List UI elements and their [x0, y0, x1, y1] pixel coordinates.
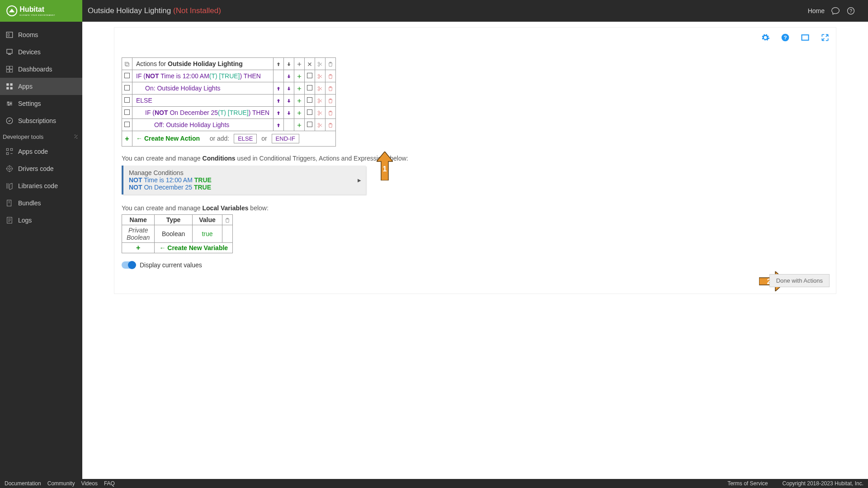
developer-tools-header[interactable]: Developer tools: [0, 129, 82, 143]
trash-icon[interactable]: [326, 82, 336, 95]
row-checkbox[interactable]: [122, 95, 132, 107]
action-text[interactable]: IF (NOT Time is 12:00 AM(T) [TRUE]) THEN: [132, 70, 274, 82]
row-checkbox-2[interactable]: [305, 107, 315, 119]
action-row: Off: Outside Holiday Lights: [122, 119, 336, 131]
vars-col-value: Value: [192, 215, 222, 225]
create-variable-link[interactable]: Create New Variable: [167, 244, 228, 251]
home-link[interactable]: Home: [808, 7, 825, 14]
svg-rect-21: [6, 148, 9, 151]
trash-icon[interactable]: [326, 107, 336, 119]
chat-icon[interactable]: [831, 6, 840, 15]
variables-table: NameTypeValue Private BooleanBooleantrue…: [122, 214, 233, 253]
var-name: Private Boolean: [122, 225, 155, 243]
sidebar-item-devices[interactable]: Devices: [0, 43, 82, 61]
add-icon[interactable]: [294, 119, 305, 131]
brand-logo[interactable]: HubitatELEVATE YOUR ENVIRONMENT: [0, 0, 82, 22]
collapse-icon[interactable]: [72, 133, 80, 140]
help-icon[interactable]: ?: [846, 6, 855, 15]
sidebar-item-bundles[interactable]: Bundles: [0, 194, 82, 212]
window-icon[interactable]: [801, 33, 810, 42]
move-up-icon[interactable]: [274, 95, 284, 107]
display-values-toggle[interactable]: [122, 261, 135, 269]
expand-arrow-icon[interactable]: ▶: [358, 178, 361, 183]
sidebar-item-apps[interactable]: Apps: [0, 78, 82, 95]
move-down-icon[interactable]: [284, 58, 294, 70]
cut-icon[interactable]: [315, 82, 326, 95]
cut-icon[interactable]: [315, 119, 326, 131]
row-checkbox[interactable]: [122, 82, 132, 95]
move-up-icon[interactable]: [274, 119, 284, 131]
sidebar-item-subscriptions[interactable]: Subscriptions: [0, 112, 82, 129]
svg-text:Hubitat: Hubitat: [20, 5, 45, 13]
trash-icon[interactable]: [326, 95, 336, 107]
row-checkbox[interactable]: [122, 107, 132, 119]
sidebar-item-apps-code[interactable]: Apps code: [0, 143, 82, 160]
endif-chip[interactable]: END-IF: [272, 134, 299, 143]
or-label: or: [261, 135, 267, 142]
add-icon[interactable]: [294, 107, 305, 119]
main-content: ? Actions for Outside Holiday Lighting: [82, 22, 868, 479]
row-checkbox-2[interactable]: [305, 82, 315, 95]
trash-icon[interactable]: [222, 215, 233, 225]
move-down-icon[interactable]: [284, 82, 294, 95]
move-down-icon[interactable]: [284, 107, 294, 119]
expand-icon[interactable]: [821, 33, 830, 42]
add-icon[interactable]: [294, 58, 305, 70]
svg-rect-13: [6, 83, 9, 85]
add-icon[interactable]: [294, 70, 305, 82]
trash-icon[interactable]: [326, 70, 336, 82]
row-checkbox-2[interactable]: [305, 95, 315, 107]
move-down-icon[interactable]: [284, 70, 294, 82]
svg-text:?: ?: [849, 8, 852, 14]
sidebar-item-logs[interactable]: Logs: [0, 212, 82, 229]
row-checkbox-2[interactable]: [305, 70, 315, 82]
app-header: HubitatELEVATE YOUR ENVIRONMENT Outside …: [0, 0, 868, 22]
action-text[interactable]: ELSE: [132, 95, 274, 107]
done-with-actions-button[interactable]: Done with Actions: [769, 274, 830, 287]
row-checkbox[interactable]: [122, 119, 132, 131]
copy-icon[interactable]: [122, 58, 132, 70]
cut-icon[interactable]: [315, 58, 326, 70]
manage-conditions-box[interactable]: Manage Conditions NOT Time is 12:00 AM T…: [122, 166, 366, 194]
action-text[interactable]: IF (NOT On December 25(T) [TRUE]) THEN: [132, 107, 274, 119]
cut-icon[interactable]: [315, 107, 326, 119]
trash-icon[interactable]: [326, 119, 336, 131]
cut-icon[interactable]: [315, 70, 326, 82]
gear-icon[interactable]: [761, 33, 770, 42]
var-value[interactable]: true: [192, 225, 222, 243]
add-variable-button[interactable]: +: [122, 243, 155, 253]
create-action-link[interactable]: Create New Action: [144, 135, 200, 142]
sidebar-item-drivers-code[interactable]: Drivers code: [0, 160, 82, 177]
sidebar-item-libraries-code[interactable]: Libraries code: [0, 177, 82, 194]
sidebar-item-settings[interactable]: Settings: [0, 95, 82, 112]
add-icon[interactable]: [294, 95, 305, 107]
svg-rect-32: [125, 62, 128, 65]
action-row: IF (NOT On December 25(T) [TRUE]) THEN: [122, 107, 336, 119]
action-text[interactable]: Off: Outside Holiday Lights: [132, 119, 274, 131]
sidebar-item-dashboards[interactable]: Dashboards: [0, 61, 82, 78]
move-down-icon[interactable]: [284, 95, 294, 107]
svg-rect-26: [7, 200, 11, 206]
cut-icon[interactable]: [315, 95, 326, 107]
row-checkbox-2[interactable]: [305, 119, 315, 131]
move-up-icon[interactable]: [274, 58, 284, 70]
page-title-text: Outside Holiday Lighting: [88, 6, 171, 15]
vars-col-type: Type: [155, 215, 192, 225]
move-up-icon[interactable]: [274, 82, 284, 95]
vars-desc: You can create and manage Local Variable…: [122, 204, 829, 212]
add-icon[interactable]: [294, 82, 305, 95]
svg-rect-30: [802, 35, 809, 40]
move-up-icon[interactable]: [274, 107, 284, 119]
svg-text:?: ?: [783, 34, 787, 40]
help-circle-icon[interactable]: ?: [781, 33, 790, 42]
sidebar-item-label: Apps: [18, 83, 33, 90]
trash-icon[interactable]: [326, 58, 336, 70]
close-icon[interactable]: [305, 58, 315, 70]
row-checkbox[interactable]: [122, 70, 132, 82]
svg-rect-14: [10, 83, 13, 85]
action-text[interactable]: On: Outside Holiday Lights: [132, 82, 274, 95]
else-chip[interactable]: ELSE: [234, 134, 257, 143]
actions-header-prefix: Actions for: [136, 60, 168, 67]
sidebar-item-rooms[interactable]: Rooms: [0, 26, 82, 43]
add-action-button[interactable]: +: [122, 131, 132, 147]
